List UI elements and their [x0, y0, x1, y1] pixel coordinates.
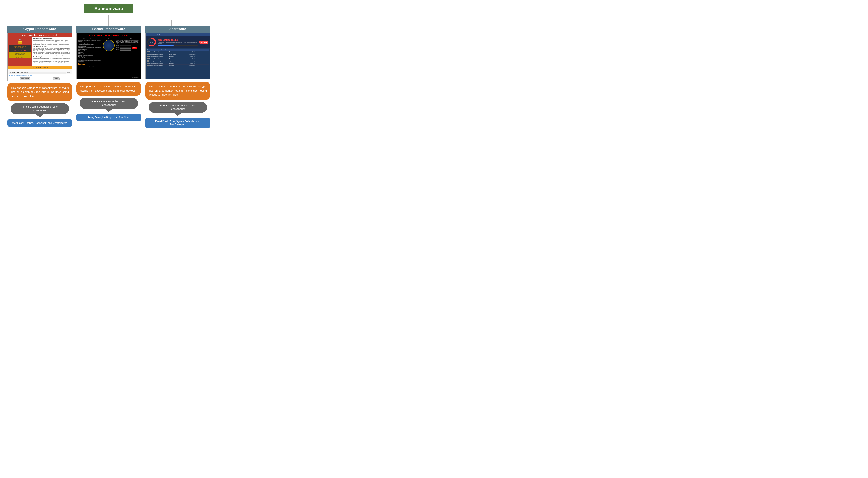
- app-title-bar: 🛡 Advanced AntiMalware — □ ✕: [146, 33, 210, 36]
- row-loc-7: c:\users\eck j:...: [189, 65, 208, 66]
- can-recover-body: Sure. We guarantee that you can recover …: [33, 48, 71, 56]
- col-type: Type: [147, 49, 150, 50]
- fine-text: You will have to pay a fine of $150 in B…: [78, 59, 102, 62]
- row-checkbox-6[interactable]: [147, 63, 149, 64]
- columns-container: Crypto-Ransomware Ooops, your files have…: [4, 26, 213, 128]
- row-loc-1: c:\users\eck j:...: [189, 52, 208, 53]
- scare-mock: 🛡 Advanced AntiMalware — □ ✕ Medium: [146, 33, 210, 79]
- decrypt-button[interactable]: Decrypt: [53, 78, 60, 80]
- bitcoin-icon: ₿: [31, 67, 32, 68]
- row-loc-3: c:\users\eck j:...: [189, 56, 208, 57]
- key-input-1[interactable]: [120, 45, 131, 47]
- crypto-examples: WannaCry, Thanos, BadRabbit, and Cryptol…: [7, 119, 72, 126]
- row-type-2: Potentially Unwanted Programs: [150, 54, 168, 55]
- violation-4: (4) Sending spam messages containing ter…: [78, 47, 102, 49]
- violation-7: (7) Bestiality: [78, 52, 102, 53]
- row-loc-4: c:\users\eck j:...: [189, 58, 208, 59]
- violation-1: (1) Downloading child porn: [78, 43, 102, 44]
- fbi-right: Once you have paid, email us at: Refined…: [116, 40, 140, 67]
- key-row-2: Key #2 Unlock: [116, 47, 140, 49]
- bitcoin-logo: ₿ bitcoin: [78, 63, 102, 65]
- scareware-description: This particular category of ransomware e…: [145, 82, 210, 100]
- violation-9: (9) Sexual intercourse with children: [78, 55, 102, 56]
- table-row: Potentially Unwanted Programs Report err…: [147, 51, 209, 53]
- unlock-button[interactable]: Unlock: [132, 47, 137, 49]
- key-row-3: Key #3: [116, 49, 140, 51]
- row-name-1: Report err: [169, 52, 188, 53]
- table-header: Type Name File Location: [147, 49, 209, 51]
- locker-description: This particular variant of ransomware re…: [76, 82, 141, 95]
- row-loc-5: c:\users\eck j:...: [189, 61, 208, 62]
- issues-count: 489 issues found: [158, 38, 198, 41]
- fbi-title: YOUR COMPUTER HAS BEEN LOCKED: [78, 34, 140, 37]
- crypto-speech: Here are some examples of such ransomwar…: [11, 103, 69, 114]
- shield-icon: 🛡: [147, 34, 149, 35]
- row-type-6: Potentially Unwanted Programs: [150, 63, 168, 64]
- bitcoin-accepted: BITCOIN ACCEPTED HERE: [32, 67, 48, 68]
- progress-bar-container: [158, 45, 198, 46]
- row-name-4: Report err: [169, 58, 188, 59]
- row-checkbox-1[interactable]: [147, 51, 149, 53]
- scareware-header: Scareware: [145, 26, 210, 33]
- how-to-buy-link[interactable]: How to buy bitcoins?: [16, 75, 26, 76]
- locker-mock: YOUR COMPUTER HAS BEEN LOCKED After scan…: [77, 33, 141, 79]
- crypto-body: 🔒 Payment will be raised on 5/19/2017 16…: [8, 37, 72, 66]
- violation-6: (6) Torturing children: [78, 50, 102, 52]
- row-type-7: Potentially Unwanted Programs: [150, 65, 168, 66]
- key-input-2[interactable]: [120, 47, 131, 49]
- scareware-screenshot: 🛡 Advanced AntiMalware — □ ✕ Medium: [145, 33, 210, 80]
- col-location: File Location: [161, 49, 166, 50]
- scareware-speech: Here are some examples of such ransomwar…: [149, 102, 207, 113]
- scareware-column: Scareware 🛡 Advanced AntiMalware — □ ✕: [145, 26, 210, 128]
- violation-2: (2) Downloading elements of Zoophilia: [78, 44, 102, 46]
- row-checkbox-7[interactable]: [147, 65, 149, 66]
- row-type-4: Potentially Unwanted Programs: [150, 58, 168, 59]
- table-row: Potentially Unwanted Programs Report err…: [147, 62, 209, 65]
- title-section: Ransomware: [4, 4, 213, 13]
- table-row: Potentially Unwanted Programs DM96A4 tmp…: [147, 53, 209, 55]
- timer-box-1: Payment will be raised on 5/19/2017 16:5…: [8, 45, 31, 52]
- row-checkbox-5[interactable]: [147, 60, 149, 62]
- violations-label: After scanning your files and your IP, w…: [78, 40, 102, 42]
- crypto-mock: Ooops, your files have been encrypted! 🔒…: [8, 33, 72, 81]
- table-row: Potentially Unwanted Programs Report err…: [147, 55, 209, 58]
- fbi-body: After scanning your files and your IP, w…: [78, 40, 140, 67]
- app-name: Advanced AntiMalware: [150, 34, 162, 35]
- key-row-1: Key #1: [116, 45, 140, 47]
- about-bitcoin-link[interactable]: About bitcoin: [9, 75, 15, 76]
- contact-link[interactable]: Contact Us: [26, 75, 32, 76]
- bitcoin-address-field: 115p7UMMngoj1pMvkpHjcRefJUXfJFRLn: [9, 72, 66, 74]
- row-checkbox-4[interactable]: [147, 58, 149, 59]
- key-input-3[interactable]: [120, 49, 131, 51]
- fbi-left: After scanning your files and your IP, w…: [78, 40, 102, 67]
- bitcoin-bar: ₿ BITCOIN ACCEPTED HERE: [8, 66, 72, 69]
- row-name-6: Report err: [169, 63, 188, 64]
- crypto-column: Crypto-Ransomware Ooops, your files have…: [7, 26, 72, 126]
- sensors-footer: SENSORS FORUM: [132, 77, 140, 78]
- timer-box-2: Your files will be lost on 5/19/2017 16:…: [8, 53, 31, 58]
- violation-3: (3) Committing rape: [78, 46, 102, 47]
- tree-connector: [4, 15, 213, 26]
- buttons-bar: Check Payment Decrypt: [8, 77, 72, 81]
- fix-now-button[interactable]: Fix Now: [199, 40, 209, 44]
- can-recover-header: Can I Recover My Files?: [33, 46, 71, 47]
- row-name-7: Report err: [169, 65, 188, 66]
- locker-speech: Here are some examples of such ransomwar…: [80, 98, 138, 109]
- paid-text: Once you have paid, email us at: Refined…: [116, 40, 140, 44]
- fbi-badge: ★ DEPT OFJUSTICE FBI FEDERALBUREAU: [103, 40, 115, 51]
- copy-button[interactable]: Copy: [67, 72, 70, 73]
- row-checkbox-3[interactable]: [147, 56, 149, 57]
- crypto-left-panel: 🔒 Payment will be raised on 5/19/2017 16…: [8, 37, 32, 66]
- check-payment-button[interactable]: Check Payment: [20, 78, 30, 80]
- violation-10: (10) Selling drugs: [78, 56, 102, 58]
- crypto-screenshot: Ooops, your files have been encrypted! 🔒…: [7, 33, 72, 81]
- violation-5: (5) Promoting violence: [78, 49, 102, 50]
- timer-display-2: 06 : 23 : 34 : 22: [9, 57, 30, 58]
- timer-display-1: 02 : 23 : 34 : 22: [10, 50, 30, 52]
- locker-examples: Ryuk, Petya, NotPetya, and SamSam.: [76, 114, 141, 121]
- main-container: Ransomware Crypto-Ransomware Ooops, your…: [4, 4, 213, 128]
- crypto-description: This specific category of ransomware enc…: [7, 83, 72, 101]
- row-checkbox-2[interactable]: [147, 54, 149, 55]
- crypto-header-text: Ooops, your files have been encrypted!: [22, 34, 58, 36]
- address-bar: Send $300 worth of bitcoin to this addre…: [8, 69, 72, 71]
